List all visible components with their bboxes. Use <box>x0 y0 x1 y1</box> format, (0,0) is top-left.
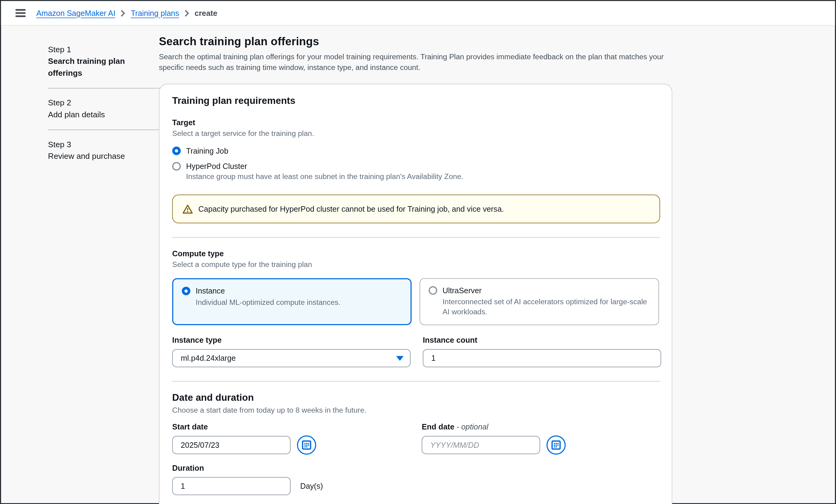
tile-instance[interactable]: Instance Individual ML-optimized compute… <box>172 278 412 325</box>
tile-ultraserver[interactable]: UltraServer Interconnected set of AI acc… <box>420 278 659 325</box>
instance-type-label: Instance type <box>172 336 411 344</box>
step-number: Step 1 <box>48 44 159 55</box>
radio-unselected-icon[interactable] <box>429 286 437 295</box>
calendar-icon <box>551 440 561 450</box>
chevron-down-icon <box>396 356 403 361</box>
training-plan-requirements-card: Training plan requirements Target Select… <box>159 84 672 504</box>
breadcrumb-current: create <box>195 9 217 17</box>
app-window: Amazon SageMaker AI Training plans creat… <box>0 0 836 504</box>
step-title: Add plan details <box>48 109 159 120</box>
step-divider <box>48 130 170 130</box>
section-divider <box>172 237 660 238</box>
optional-suffix: - optional <box>456 423 488 431</box>
warning-text: Capacity purchased for HyperPod cluster … <box>198 205 504 213</box>
tile-title: UltraServer <box>442 286 481 295</box>
radio-selected-icon[interactable] <box>182 287 190 295</box>
radio-training-job[interactable]: Training Job <box>172 147 659 155</box>
tile-description: Interconnected set of AI accelerators op… <box>442 297 650 317</box>
step-title: Search training plan offerings <box>48 55 159 79</box>
step-item-3[interactable]: Step 3 Review and purchase <box>48 139 159 162</box>
step-number: Step 2 <box>48 97 159 109</box>
chevron-right-icon <box>184 9 189 17</box>
duration-input[interactable] <box>172 477 290 495</box>
target-label: Target <box>172 118 659 127</box>
step-number: Step 3 <box>48 139 159 150</box>
start-date-label: Start date <box>172 423 410 431</box>
chevron-right-icon <box>121 9 126 17</box>
breadcrumb-link-sagemaker[interactable]: Amazon SageMaker AI <box>36 9 115 17</box>
hyperpod-radio-help: Instance group must have at least one su… <box>186 172 659 181</box>
end-date-input[interactable] <box>422 436 540 454</box>
section-divider <box>172 381 660 382</box>
warning-alert: Capacity purchased for HyperPod cluster … <box>172 195 660 223</box>
calendar-icon <box>302 440 311 450</box>
page-description: Search the optimal training plan offerin… <box>159 51 664 73</box>
radio-selected-icon[interactable] <box>172 147 181 155</box>
step-item-1[interactable]: Step 1 Search training plan offerings <box>48 44 159 79</box>
radio-unselected-icon[interactable] <box>172 162 181 171</box>
instance-count-label: Instance count <box>423 336 661 344</box>
compute-type-label: Compute type <box>172 250 659 258</box>
compute-type-help: Select a compute type for the training p… <box>172 260 659 269</box>
instance-count-input[interactable] <box>423 349 661 367</box>
instance-type-value: ml.p4d.24xlarge <box>181 354 236 363</box>
end-date-label: End date - optional <box>422 423 659 431</box>
radio-hyperpod-cluster[interactable]: HyperPod Cluster <box>172 162 659 171</box>
page-title: Search training plan offerings <box>159 35 835 48</box>
breadcrumb: Amazon SageMaker AI Training plans creat… <box>36 9 217 17</box>
warning-triangle-icon <box>183 204 193 214</box>
end-date-calendar-button[interactable] <box>547 435 566 455</box>
steps-nav: Step 1 Search training plan offerings St… <box>1 26 158 504</box>
step-title: Review and purchase <box>48 150 159 162</box>
top-bar: Amazon SageMaker AI Training plans creat… <box>1 1 835 25</box>
duration-label: Duration <box>172 464 659 472</box>
step-divider <box>48 88 170 89</box>
radio-label: Training Job <box>186 147 228 155</box>
target-help: Select a target service for the training… <box>172 129 659 137</box>
breadcrumb-link-training-plans[interactable]: Training plans <box>131 9 179 17</box>
date-duration-help: Choose a start date from today up to 8 w… <box>172 406 659 414</box>
tile-description: Individual ML-optimized compute instance… <box>195 297 402 308</box>
tile-title: Instance <box>195 287 225 295</box>
instance-type-select[interactable]: ml.p4d.24xlarge <box>172 349 411 367</box>
radio-label: HyperPod Cluster <box>186 162 247 171</box>
hamburger-menu-icon[interactable] <box>16 9 26 17</box>
step-item-2[interactable]: Step 2 Add plan details <box>48 97 159 121</box>
card-title: Training plan requirements <box>172 95 659 106</box>
start-date-calendar-button[interactable] <box>297 435 316 455</box>
date-duration-title: Date and duration <box>172 392 659 404</box>
duration-unit-label: Day(s) <box>300 482 323 490</box>
start-date-input[interactable] <box>172 436 290 454</box>
